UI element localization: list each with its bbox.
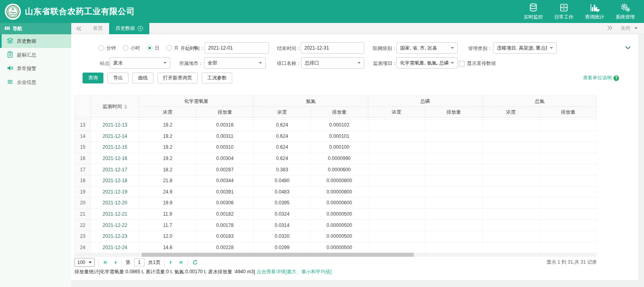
value-cell: 0.00228 (196, 242, 254, 254)
monitor-time-cell: 2021-12-18 (91, 175, 139, 187)
nav-label: 实时监控 (524, 14, 543, 21)
table-row[interactable]: 172021-12-1718.20.002870.3830.0000600 (75, 164, 597, 175)
collapse-filters-icon[interactable] (625, 45, 631, 52)
value-cell: 11.7 (139, 220, 196, 231)
tab-bar-right: 关闭 (607, 25, 644, 32)
manage-type-select[interactable]: 违规项目, 高架源, 重点排污 (493, 42, 557, 54)
page-number-input[interactable] (134, 258, 144, 266)
close-tabs-menu[interactable]: 关闭 (621, 25, 638, 32)
sidebar-item-label: 异常报警 (17, 65, 36, 72)
sidebar-item-exceed-summary[interactable]: 超标汇总 (0, 48, 71, 62)
value-cell (368, 220, 425, 231)
row-index-cell: 13 (75, 120, 91, 131)
value-cell (368, 120, 425, 131)
table-row[interactable]: 212021-12-2111.90.001820.03240.00000500 (75, 209, 597, 220)
condition-params-button[interactable]: 工况参数 (202, 73, 232, 83)
table-row[interactable]: 222021-12-2211.70.001780.03140.00000500 (75, 220, 597, 231)
nav-daily-work[interactable]: 日常工作 (551, 3, 576, 21)
value-cell: 0.00306 (196, 198, 254, 209)
table-row[interactable]: 242021-12-2414.60.002280.02990.00000500 (75, 242, 597, 254)
value-cell (425, 220, 483, 231)
sidebar-item-history-data[interactable]: 历史数据 (0, 34, 71, 48)
filter-row-1: 分钟 小时 日 月 年 开始时间： 2021-12-01 结束时间： 2021-… (71, 42, 638, 54)
scrollbar-thumb[interactable] (142, 253, 414, 257)
unit-note-link[interactable]: 查看单位说明 ? (583, 75, 619, 81)
table-row[interactable]: 152021-12-1519.20.003100.6240.000100 (75, 142, 597, 153)
group-header-tn: 总氮 (483, 96, 597, 107)
main-panel: 分钟 小时 日 月 年 开始时间： 2021-12-01 结束时间： 2021-… (71, 34, 638, 280)
monitor-items-label: 监测项目： (373, 60, 397, 67)
open-new-query-button[interactable]: 打开新查询页 (157, 73, 198, 83)
value-cell (540, 198, 597, 209)
tab-close-icon[interactable]: × (138, 26, 143, 31)
export-button[interactable]: 导出 (107, 73, 128, 83)
first-page-button[interactable] (102, 260, 109, 265)
radio-month[interactable]: 月 (166, 45, 179, 52)
last-page-button[interactable] (178, 260, 184, 265)
data-table: 监测时间 化学需氧量 氨氮 总磷 总氮 浓度 排放量 浓度 排放量 浓度 排放量… (74, 96, 597, 253)
radio-hour[interactable]: 小时 (123, 45, 140, 52)
horizontal-scrollbar[interactable] (74, 253, 597, 257)
table-row[interactable]: 182021-12-1821.80.003440.04800.00000800 (75, 175, 597, 187)
end-time-input[interactable]: 2021-12-31 (301, 42, 364, 54)
value-cell: 0.0483 (254, 187, 311, 198)
content-area: 分钟 小时 日 月 年 开始时间： 2021-12-01 结束时间： 2021-… (71, 34, 644, 287)
value-cell: 24.9 (139, 187, 196, 198)
page-size-select[interactable]: 100 (74, 258, 95, 267)
nav-realtime-monitor[interactable]: 实时监控 (521, 3, 546, 21)
network-level-select[interactable]: 国家, 省, 市, 区县 (396, 42, 458, 54)
nav-query-stats[interactable]: 查询统计 (582, 3, 607, 21)
sort-icon[interactable] (124, 103, 127, 111)
monitor-items-select[interactable]: 化学需氧量, 氨氮, 总磷, 总氮 (396, 57, 458, 69)
radio-day[interactable]: 日 (147, 45, 159, 52)
table-row[interactable]: 162021-12-1619.20.003040.6240.0000990 (75, 153, 597, 164)
value-cell: 0.0320 (254, 231, 311, 242)
curve-button[interactable]: 曲线 (132, 73, 153, 83)
value-cell: 0.000102 (311, 120, 368, 131)
value-cell (368, 164, 425, 175)
next-page-button[interactable] (168, 260, 174, 265)
radio-minute[interactable]: 分钟 (99, 45, 116, 52)
tab-home[interactable]: 首页 (87, 23, 109, 34)
table-row[interactable]: 132021-12-1319.20.003160.6240.000102 (75, 120, 597, 131)
tabs-scroll-left-icon[interactable] (71, 26, 87, 31)
value-cell (425, 131, 483, 142)
monitor-time-header[interactable]: 监测时间 (91, 96, 139, 118)
view-detail-link[interactable]: 点击查看详情[最大、最小和平均值] (256, 269, 332, 275)
value-cell (540, 231, 597, 242)
city-select[interactable]: 全部 (204, 57, 266, 69)
chevron-down-icon (634, 27, 638, 31)
nav-system-manage[interactable]: 系统管理 (613, 3, 638, 21)
sidebar-item-abnormal-alarm[interactable]: 异常报警 (0, 62, 71, 75)
table-row[interactable]: 232021-12-2312.00.001830.03200.00000500 (75, 231, 597, 242)
value-cell (425, 209, 483, 220)
outlet-select[interactable]: 总排口 (301, 57, 364, 69)
value-cell (425, 198, 483, 209)
tab-history-data[interactable]: 历史数据 × (109, 23, 149, 34)
value-cell: 21.8 (139, 175, 196, 187)
station-type-select[interactable]: 废水 (109, 57, 170, 69)
value-cell: 0.00310 (196, 142, 254, 153)
value-cell (425, 153, 483, 164)
direct-data-checkbox[interactable]: 显示直传数据 (459, 60, 496, 67)
value-cell: 0.00311 (196, 131, 254, 142)
value-cell: 0.00000500 (311, 209, 368, 220)
value-cell (483, 220, 540, 231)
sidebar: 导航 历史数据 超标汇总 (0, 23, 71, 287)
value-cell: 0.0000600 (311, 164, 368, 175)
table-body: 132021-12-1319.20.003160.6240.0001021420… (75, 118, 597, 253)
refresh-icon[interactable] (192, 260, 199, 265)
value-cell (483, 175, 540, 187)
table-row[interactable]: 142021-12-1419.20.003110.6240.000101 (75, 131, 597, 142)
prev-page-button[interactable] (112, 260, 118, 265)
value-cell (425, 231, 483, 242)
start-time-input[interactable]: 2021-12-01 (204, 42, 269, 54)
sidebar-item-company-info[interactable]: 企业信息 (0, 75, 71, 89)
query-button[interactable]: 查询 (83, 73, 103, 83)
value-cell: 0.0314 (254, 220, 311, 231)
value-cell (368, 142, 425, 153)
table-row[interactable]: 192021-12-1924.90.003910.04830.00000800 (75, 187, 597, 198)
value-cell (368, 187, 425, 198)
table-row[interactable]: 202021-12-2019.90.003060.03950.00000600 (75, 198, 597, 209)
tabs-scroll-right-icon[interactable] (607, 25, 613, 31)
